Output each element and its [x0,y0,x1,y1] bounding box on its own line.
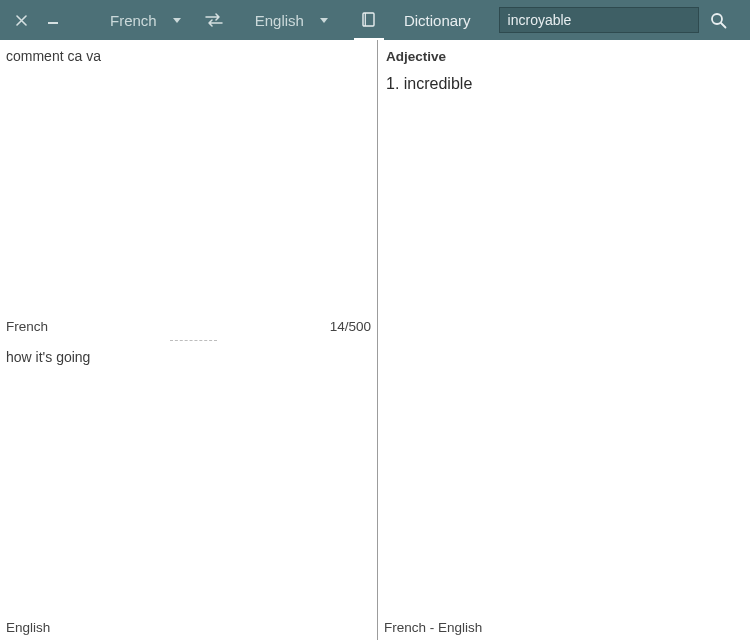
target-text: how it's going [6,349,90,365]
language-pair-label: French - English [384,620,482,635]
source-language-label: French [110,12,157,29]
source-language-select[interactable]: French [92,0,191,40]
close-button[interactable] [6,0,36,40]
dictionary-pane: Adjective 1. incredible French - English [378,40,749,640]
source-text: comment ca va [6,48,101,64]
source-text-area[interactable]: comment ca va [0,40,377,314]
dictionary-tab[interactable]: Dictionary [388,0,487,40]
search-icon [710,12,727,29]
minimize-button[interactable] [38,0,68,40]
dictionary-search-input[interactable] [499,7,699,33]
definition-entry: 1. incredible [378,67,749,93]
main-content: comment ca va French 14/500 how it's goi… [0,40,750,640]
source-footer: French 14/500 [0,314,377,340]
target-language-label: English [255,12,304,29]
target-language-select[interactable]: English [237,0,338,40]
search-button[interactable] [701,0,737,40]
swap-languages-button[interactable] [199,0,229,40]
book-icon [361,12,377,28]
source-lang-label: French [6,319,48,334]
svg-rect-1 [363,13,374,26]
chevron-down-icon [320,18,328,23]
dictionary-spacer [378,93,749,614]
dictionary-toggle[interactable] [352,0,386,40]
svg-line-4 [721,23,726,28]
char-count: 14/500 [330,319,371,334]
target-text-area: how it's going [0,341,377,615]
toolbar: French English Dictionary [0,0,750,40]
dictionary-tab-label: Dictionary [404,12,471,29]
part-of-speech: Adjective [378,40,749,67]
svg-rect-0 [48,22,58,24]
translator-pane: comment ca va French 14/500 how it's goi… [0,40,378,640]
target-footer: English [0,614,377,640]
chevron-down-icon [173,18,181,23]
dictionary-footer: French - English [378,614,749,640]
target-lang-label: English [6,620,50,635]
